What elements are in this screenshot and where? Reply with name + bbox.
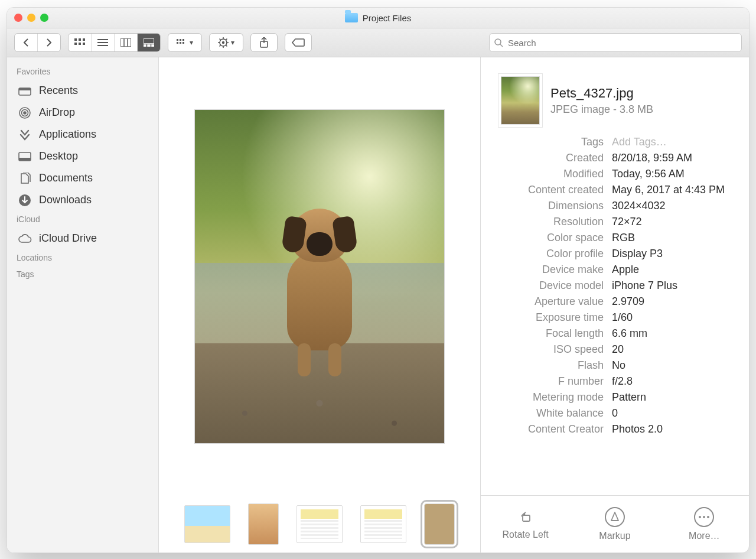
applications-icon <box>18 129 32 141</box>
recents-icon <box>18 85 32 97</box>
thumb-report[interactable] <box>360 505 406 543</box>
svg-rect-16 <box>177 39 178 41</box>
markup-icon <box>605 507 625 527</box>
svg-point-23 <box>222 41 224 44</box>
meta-key: Color profile <box>494 248 612 260</box>
sidebar-item-applications[interactable]: Applications <box>7 124 158 145</box>
svg-rect-9 <box>120 38 131 47</box>
close-window-button[interactable] <box>14 14 22 22</box>
thumb-spreadsheet[interactable] <box>296 505 343 543</box>
meta-row: F numberf/2.8 <box>494 373 736 389</box>
meta-value[interactable]: Add Tags… <box>612 136 736 148</box>
info-header: Pets_4327.jpg JPEG image - 3.8 MB <box>481 57 749 133</box>
meta-value: May 6, 2017 at 4:43 PM <box>612 184 736 196</box>
sidebar-item-label: iCloud Drive <box>39 232 97 245</box>
sidebar-item-icloud-drive[interactable]: iCloud Drive <box>7 228 158 249</box>
svg-rect-21 <box>183 42 184 44</box>
thumb-palms[interactable] <box>248 503 279 545</box>
meta-key: F number <box>494 375 612 388</box>
meta-value: 72×72 <box>612 216 736 228</box>
quick-action-markup[interactable]: Markup <box>579 507 650 541</box>
file-kind: JPEG image <box>550 103 610 115</box>
meta-row: Device makeApple <box>494 262 736 278</box>
svg-line-35 <box>500 44 503 47</box>
sidebar-item-label: Documents <box>39 172 93 184</box>
sidebar-item-recents[interactable]: Recents <box>7 80 158 102</box>
sidebar-section-locations[interactable]: Locations <box>7 249 158 266</box>
svg-rect-20 <box>180 42 181 44</box>
svg-rect-17 <box>180 39 181 41</box>
meta-value: 8/20/18, 9:59 AM <box>612 152 736 164</box>
svg-rect-19 <box>177 42 178 44</box>
minimize-window-button[interactable] <box>27 14 35 22</box>
svg-rect-4 <box>79 43 81 45</box>
meta-row: TagsAdd Tags… <box>494 134 736 150</box>
view-icons-button[interactable] <box>69 34 92 51</box>
icloud-icon <box>18 233 32 245</box>
quick-action-label: Markup <box>599 531 630 541</box>
meta-row: Focal length6.6 mm <box>494 326 736 342</box>
meta-value: RGB <box>612 232 736 244</box>
view-columns-button[interactable] <box>115 34 138 51</box>
share-button[interactable] <box>250 33 278 52</box>
quick-action-label: More… <box>689 531 719 541</box>
search-input[interactable] <box>507 37 737 48</box>
meta-key: Color space <box>494 232 612 244</box>
preview-image[interactable] <box>194 109 445 444</box>
svg-point-40 <box>24 112 26 114</box>
svg-rect-0 <box>74 38 77 41</box>
svg-rect-18 <box>183 39 184 41</box>
sidebar-section-icloud[interactable]: iCloud <box>7 211 158 228</box>
sidebar-item-label: Applications <box>39 128 96 141</box>
sidebar-item-documents[interactable]: Documents <box>7 167 158 189</box>
svg-rect-12 <box>144 38 154 44</box>
meta-row: White balance0 <box>494 405 736 421</box>
meta-row: ISO speed20 <box>494 342 736 358</box>
meta-row: Content createdMay 6, 2017 at 4:43 PM <box>494 182 736 198</box>
quick-action-more[interactable]: More… <box>669 507 739 541</box>
gallery-pane <box>159 57 481 552</box>
action-menu-button[interactable]: ▾ <box>209 33 243 52</box>
svg-rect-13 <box>144 45 146 47</box>
chevron-down-icon: ▾ <box>190 38 193 47</box>
sidebar-item-airdrop[interactable]: AirDrop <box>7 102 158 124</box>
svg-line-29 <box>226 45 227 46</box>
zoom-window-button[interactable] <box>40 14 48 22</box>
svg-line-31 <box>226 39 227 40</box>
window-body: FavoritesRecentsAirDropApplicationsDeskt… <box>7 57 749 552</box>
sidebar-item-desktop[interactable]: Desktop <box>7 145 158 167</box>
thumb-beach[interactable] <box>184 505 230 543</box>
dog-illustration <box>287 250 352 350</box>
svg-point-46 <box>703 516 705 518</box>
folder-icon <box>345 13 358 22</box>
nav-back-button[interactable] <box>15 34 38 51</box>
sidebar-item-downloads[interactable]: Downloads <box>7 189 158 211</box>
sidebar-item-label: Desktop <box>39 150 78 162</box>
view-list-button[interactable] <box>92 34 115 51</box>
quick-actions: Rotate LeftMarkupMore… <box>481 495 749 552</box>
meta-value: 2.9709 <box>612 295 736 308</box>
meta-value: Pattern <box>612 391 736 404</box>
svg-point-47 <box>707 516 709 518</box>
sidebar-section-favorites[interactable]: Favorites <box>7 63 158 80</box>
metadata-list: TagsAdd Tags…Created8/20/18, 9:59 AMModi… <box>481 133 749 495</box>
meta-value: 1/60 <box>612 311 736 324</box>
meta-row: Content CreatorPhotos 2.0 <box>494 421 736 437</box>
tags-button[interactable] <box>285 33 312 52</box>
view-mode-segment <box>68 33 161 52</box>
arrange-button[interactable]: ▾ <box>168 33 202 52</box>
meta-row: ModifiedToday, 9:56 AM <box>494 166 736 182</box>
search-field[interactable] <box>489 33 742 52</box>
desktop-icon <box>18 151 32 162</box>
view-gallery-button[interactable] <box>138 34 160 51</box>
meta-key: Content created <box>494 184 612 196</box>
documents-icon <box>18 173 32 184</box>
sidebar-section-tags[interactable]: Tags <box>7 266 158 282</box>
meta-value: 0 <box>612 407 736 420</box>
downloads-icon <box>18 194 32 206</box>
window-title: Project Files <box>345 13 412 23</box>
quick-action-rotate-left[interactable]: Rotate Left <box>490 508 561 540</box>
thumb-dog[interactable] <box>424 503 455 545</box>
meta-key: Tags <box>494 136 612 148</box>
nav-forward-button[interactable] <box>38 34 60 51</box>
